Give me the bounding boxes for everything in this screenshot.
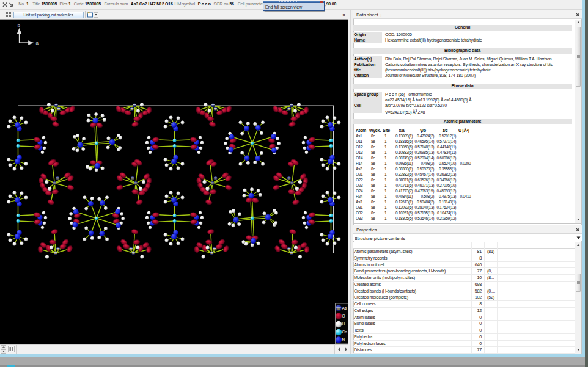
svg-text:b: b — [18, 23, 21, 28]
svg-text:a: a — [36, 40, 39, 46]
